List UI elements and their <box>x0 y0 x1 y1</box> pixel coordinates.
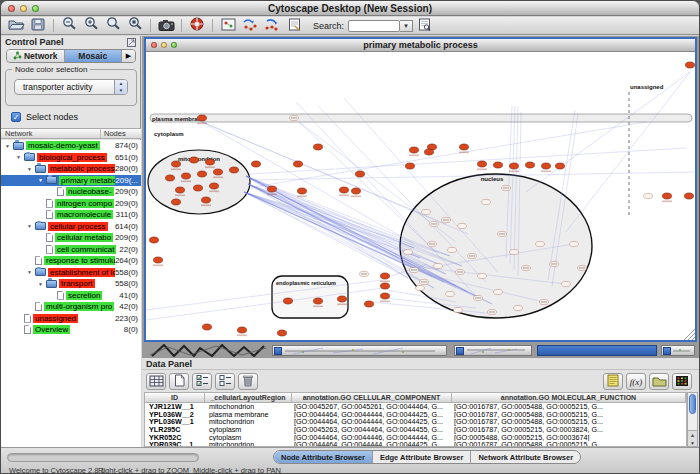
network-node[interactable] <box>514 305 523 310</box>
network-node[interactable] <box>425 149 434 155</box>
new-attribute-button[interactable] <box>169 373 189 390</box>
network-node[interactable] <box>542 163 551 169</box>
network-node[interactable] <box>352 188 361 194</box>
column-header-region[interactable]: _cellularLayoutRegion <box>205 393 292 402</box>
network-node[interactable] <box>448 247 457 252</box>
node-color-dropdown[interactable]: transporter activity ▲▼ <box>14 79 128 95</box>
network-node[interactable] <box>454 307 463 312</box>
network-node[interactable] <box>206 159 215 165</box>
network-node[interactable] <box>460 144 469 150</box>
tab-mosaic[interactable]: Mosaic <box>65 50 123 62</box>
tree-row[interactable]: Overview 8(0) <box>1 324 141 336</box>
select-nodes-checkbox[interactable]: ✓ <box>11 112 21 122</box>
network-node[interactable] <box>663 193 672 199</box>
zoom-out-button[interactable] <box>59 18 79 34</box>
tree-row[interactable]: secretion 41(0) <box>1 290 141 302</box>
tab-edge-attribute-browser[interactable]: Edge Attribute Browser <box>373 451 471 463</box>
network-node[interactable] <box>298 188 307 194</box>
network-node[interactable] <box>190 157 199 163</box>
annotation-button[interactable] <box>284 18 304 34</box>
network-node[interactable] <box>340 187 349 193</box>
tree-header-network[interactable]: Network <box>1 129 101 138</box>
tree-row[interactable]: cellular process 614(0) <box>1 221 141 233</box>
minimized-window[interactable] <box>454 345 532 356</box>
scrollbar-arrows[interactable]: ▲▼ <box>688 430 697 446</box>
tab-network-attribute-browser[interactable]: Network Attribute Browser <box>471 451 580 463</box>
network-node[interactable] <box>314 144 323 150</box>
table-row[interactable]: YKR052C cytoplasm [GO:0044464, GO:004444… <box>145 434 686 442</box>
zoom-fit-button[interactable] <box>103 18 123 34</box>
tab-overflow-button[interactable]: ▶ <box>122 50 135 62</box>
network-node[interactable] <box>278 330 287 336</box>
network-node[interactable] <box>644 193 653 198</box>
network-node[interactable] <box>478 161 487 167</box>
network-node[interactable] <box>381 273 390 279</box>
table-scrollbar[interactable]: ▲▼ <box>687 392 698 447</box>
network-node[interactable] <box>356 171 365 177</box>
network-node[interactable] <box>268 186 277 192</box>
network-node[interactable] <box>365 301 374 307</box>
minimized-window-selected[interactable] <box>537 345 657 356</box>
help-button[interactable] <box>187 18 207 34</box>
network-node[interactable] <box>446 291 455 296</box>
network-overview-button[interactable] <box>218 18 238 34</box>
tree-row[interactable]: cell communicat 22(0) <box>1 244 141 256</box>
network-node[interactable] <box>176 187 185 193</box>
tree-header-nodes[interactable]: Nodes <box>101 129 141 138</box>
network-node[interactable] <box>416 285 425 290</box>
close-button[interactable] <box>8 5 15 12</box>
network-node[interactable] <box>404 249 413 254</box>
tree-row[interactable]: metabolic process 280(0) <box>1 163 141 175</box>
network-node[interactable] <box>381 283 390 289</box>
network-node[interactable] <box>198 115 207 121</box>
minimized-window[interactable] <box>661 345 695 356</box>
tree-row[interactable]: transport 558(0) <box>1 278 141 290</box>
network-node[interactable] <box>556 163 565 169</box>
disclosure-triangle-icon[interactable] <box>27 166 35 172</box>
tree-row[interactable]: establishment of lo 558(0) <box>1 267 141 279</box>
table-row[interactable]: YPL036W__2 plasma membrane [GO:0044464, … <box>145 411 686 419</box>
search-config-button[interactable] <box>414 18 434 34</box>
unselect-attributes-button[interactable] <box>215 373 235 390</box>
minimize-button[interactable] <box>20 5 27 12</box>
attribute-list-button[interactable] <box>603 373 623 390</box>
network-node[interactable] <box>182 173 191 179</box>
network-node[interactable] <box>526 162 535 168</box>
disclosure-triangle-icon[interactable] <box>5 143 13 149</box>
import-attributes-button[interactable] <box>649 373 669 390</box>
network-node[interactable] <box>214 169 223 175</box>
search-dropdown-button[interactable]: ▼ <box>400 20 413 32</box>
network-node[interactable] <box>338 296 347 302</box>
network-node[interactable] <box>154 257 163 263</box>
network-node[interactable] <box>685 193 694 199</box>
tree-row[interactable]: response to stimulu 264(0) <box>1 255 141 267</box>
network-window-titlebar[interactable]: primary metabolic process <box>146 39 695 52</box>
network-node[interactable] <box>198 171 207 177</box>
network-node[interactable] <box>510 163 519 169</box>
column-header-cellular-component[interactable]: annotation.GO CELLULAR_COMPONENT <box>292 393 452 402</box>
network-node[interactable] <box>570 241 579 246</box>
close-button[interactable] <box>151 42 157 48</box>
disclosure-triangle-icon[interactable] <box>27 269 35 275</box>
network-node[interactable] <box>494 162 503 168</box>
scrollbar-thumb[interactable] <box>689 394 696 414</box>
window-titlebar[interactable]: Cytoscape Desktop (New Session) <box>1 1 699 16</box>
layout-button-1[interactable] <box>240 18 260 34</box>
network-node[interactable] <box>203 324 212 330</box>
search-input[interactable] <box>348 20 400 32</box>
network-node[interactable] <box>172 199 181 205</box>
network-node[interactable] <box>510 249 519 254</box>
tree-row[interactable]: nucleobase- 209(0) <box>1 186 141 198</box>
network-node[interactable] <box>284 298 293 304</box>
layout-button-2[interactable] <box>262 18 282 34</box>
table-row[interactable]: YPL036W__1 mitochondrion [GO:0044464, GO… <box>145 418 686 426</box>
network-node[interactable] <box>252 161 261 167</box>
network-node[interactable] <box>406 163 415 169</box>
disclosure-triangle-icon[interactable] <box>27 223 35 229</box>
minimized-window[interactable] <box>272 345 447 356</box>
network-node[interactable] <box>172 161 181 167</box>
tree-row[interactable]: cellular metabo 209(0) <box>1 232 141 244</box>
disclosure-triangle-icon[interactable] <box>38 177 46 183</box>
network-node[interactable] <box>294 161 303 167</box>
network-node[interactable] <box>230 167 239 173</box>
